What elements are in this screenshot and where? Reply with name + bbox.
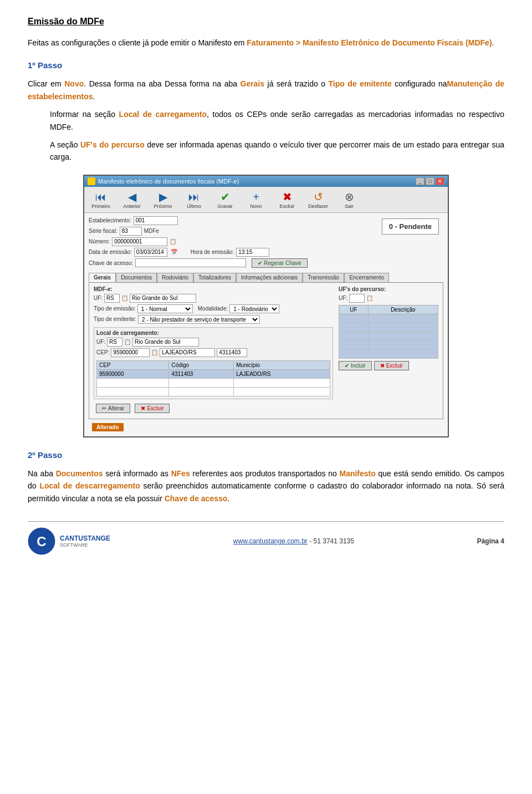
close-button[interactable]: ✕ [436, 177, 444, 185]
novo-button[interactable]: + Novo [243, 189, 269, 210]
excluir2-button[interactable]: ✖ Excluir [374, 361, 409, 370]
cell-cep: 95900000 [97, 369, 169, 378]
local-uf-desc-input[interactable] [132, 338, 199, 347]
ultimo-icon: ⏭ [188, 190, 200, 203]
serie-label: Série fiscal: [89, 228, 117, 234]
col-cep: CEP [97, 360, 169, 369]
svg-text:C: C [37, 534, 46, 549]
tab-gerais[interactable]: Gerais [89, 273, 116, 282]
tab-documentos[interactable]: Documentos [116, 273, 157, 282]
chave-input[interactable] [135, 258, 246, 267]
gravar-label: Gravar [217, 203, 233, 209]
maximize-button[interactable]: □ [426, 177, 434, 185]
local-cep-label: CEP: [96, 349, 109, 355]
local-cep-input[interactable] [111, 348, 150, 357]
gravar-button[interactable]: ✔ Gravar [212, 189, 238, 210]
regerar-icon: ✔ [258, 260, 262, 266]
uf-percurso-label: UF's do percurso: [339, 286, 438, 292]
numero-input[interactable] [112, 237, 167, 246]
excluir2-icon: ✖ [380, 363, 385, 369]
serie-input[interactable] [120, 227, 142, 236]
cell-codigo: 4311403 [169, 369, 234, 378]
tipo-emitente-label: Tipo de emitente: [94, 316, 136, 322]
step2-p1: Na aba Documentos será informado as NFes… [28, 467, 504, 505]
incluir-button[interactable]: ✔ Incluir [339, 361, 372, 370]
tab-encerramento[interactable]: Encerramento [344, 273, 389, 282]
carregamento-table-area: CEP Código Município 95900000 4311403 [96, 360, 330, 396]
intro-paragraph: Feitas as configurações o cliente já pod… [28, 37, 504, 49]
window-icon [88, 177, 95, 185]
serie-type: MDFe [144, 228, 159, 234]
company-type: SOFTWARE [60, 542, 110, 548]
anterior-label: Anterior [123, 203, 141, 209]
local-mun-input[interactable] [160, 348, 215, 357]
tipo-emitente-select[interactable]: 2 - Não prestador de serviço de transpor… [138, 315, 260, 324]
uf-input[interactable] [104, 294, 120, 303]
desfazer-icon: ↺ [314, 190, 323, 203]
window-title: Manifesto eletrônico de documentos fisca… [98, 178, 239, 185]
tab-transmissao[interactable]: Transmissão [303, 273, 344, 282]
alterar-button[interactable]: ✏ Alterar [96, 404, 130, 413]
chave-label: Chave de acesso: [89, 260, 133, 266]
phone-text: - 51 3741 3135 [309, 537, 354, 545]
step1-p2: Informar na seção Local de carregamento,… [50, 108, 504, 133]
local-carregamento-label: Local de carregamento: [96, 330, 330, 336]
desfazer-label: Desfazer [308, 203, 328, 209]
tab-totalizadores[interactable]: Totalizadores [193, 273, 236, 282]
uf-row-2 [339, 323, 438, 332]
novo-icon: + [253, 190, 259, 203]
primeiro-icon: ⏮ [95, 190, 106, 203]
uf-row-3 [339, 332, 438, 340]
alterar-icon: ✏ [102, 405, 106, 411]
step1-heading: 1º Passo [28, 59, 504, 72]
toolbar: ⏮ Primeiro ◀ Anterior ▶ Próximo ⏭ Último… [84, 187, 448, 213]
primeiro-label: Primeiro [91, 203, 110, 209]
excluir-toolbar-button[interactable]: ✖ Excluir [274, 189, 300, 210]
primeiro-button[interactable]: ⏮ Primeiro [88, 189, 114, 210]
table-row-empty1 [97, 378, 330, 387]
uf-percurso-table: UF Descrição [339, 305, 438, 359]
website-link[interactable]: www.cantustange.com.br [233, 537, 308, 545]
tab-bar: Gerais Documentos Rodoviário Totalizador… [89, 273, 443, 283]
tab-rodoviario[interactable]: Rodoviário [157, 273, 193, 282]
hora-input[interactable] [236, 248, 269, 257]
sair-icon: ⊗ [345, 190, 354, 203]
page-title: Emissão do MDFe [28, 17, 504, 27]
uf-percurso-input[interactable] [349, 294, 365, 303]
estabelecimento-input[interactable] [134, 216, 178, 225]
window-titlebar: Manifesto eletrônico de documentos fisca… [84, 176, 448, 187]
sair-button[interactable]: ⊗ Sair [336, 189, 362, 210]
excluir-button[interactable]: ✖ Excluir [135, 404, 170, 413]
tipo-emissao-select[interactable]: 1 - Normal [137, 304, 193, 313]
uf-desc-input[interactable] [130, 294, 196, 303]
step1-p3: A seção UF's do percurso deve ser inform… [50, 139, 504, 164]
modalidade-select[interactable]: 1 - Rodoviário [229, 304, 279, 313]
table-row[interactable]: 95900000 4311403 LAJEADO/RS [97, 369, 330, 378]
anterior-button[interactable]: ◀ Anterior [119, 189, 145, 210]
proximo-button[interactable]: ▶ Próximo [150, 189, 176, 210]
data-input[interactable] [134, 248, 167, 257]
status-badge: 0 - Pendente [382, 218, 439, 235]
uf-label: UF: [94, 295, 103, 301]
regerar-chave-button[interactable]: ✔ Regerar Chave [252, 258, 308, 268]
uf-percurso-field-label: UF: [339, 295, 347, 301]
desfazer-button[interactable]: ↺ Desfazer [305, 189, 331, 210]
window-controls: _ □ ✕ [416, 177, 444, 185]
incluir-icon: ✔ [345, 363, 349, 369]
uf-row-1[interactable] [339, 314, 438, 323]
form-fields: Estabelecimento: Série fiscal: MDFe Núme… [89, 216, 308, 269]
ultimo-button[interactable]: ⏭ Último [181, 189, 207, 210]
uf-row-5 [339, 349, 438, 358]
modalidade-label: Modalidade: [198, 306, 228, 312]
excluir-toolbar-label: Excluir [279, 203, 294, 209]
hora-label: Hora de emissão: [191, 249, 234, 255]
minimize-button[interactable]: _ [416, 177, 424, 185]
local-cod-input[interactable] [217, 348, 247, 357]
local-uf-input[interactable] [107, 338, 122, 347]
screenshot-window: Manifesto eletrônico de documentos fisca… [83, 175, 449, 437]
company-info: CANTUSTANGE SOFTWARE [60, 535, 110, 548]
footer-contact: www.cantustange.com.br - 51 3741 3135 [233, 537, 354, 545]
step2-heading: 2º Passo [28, 449, 504, 462]
logo-svg: C [28, 527, 55, 555]
tab-info-adicionais[interactable]: Informações adicionais [236, 273, 303, 282]
